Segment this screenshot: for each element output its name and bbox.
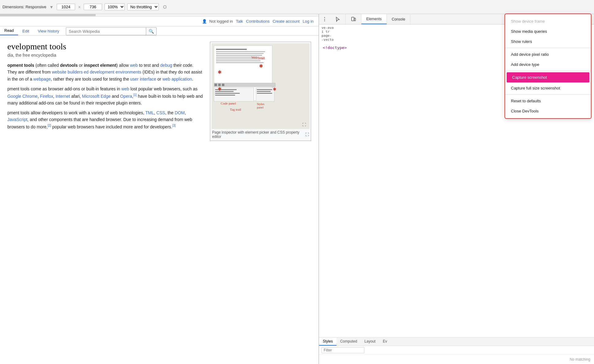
link-html[interactable]: TML — [145, 110, 154, 115]
svg-text:Tag trail: Tag trail — [230, 108, 241, 111]
dropdown-item-reset-defaults[interactable]: Reset to defaults — [505, 96, 591, 106]
svg-rect-34 — [354, 18, 356, 21]
tab-read[interactable]: Read — [0, 26, 18, 35]
svg-rect-14 — [215, 93, 240, 94]
nav-talk-link[interactable]: Talk — [236, 19, 243, 24]
svg-rect-29 — [215, 84, 217, 86]
tab-console[interactable]: Console — [387, 14, 410, 24]
height-input[interactable] — [84, 4, 102, 10]
link-ides[interactable]: ed development environments — [84, 70, 142, 74]
svg-text:✱: ✱ — [273, 87, 276, 92]
styles-tab-layout[interactable]: Layout — [361, 338, 379, 346]
nav-login-link[interactable]: Log in — [303, 19, 314, 24]
doctype-tag: <!doctype> — [323, 45, 347, 50]
link-firefox[interactable]: Firefox — [40, 93, 53, 98]
svg-rect-30 — [218, 84, 221, 86]
link-webpage[interactable]: webpage — [33, 77, 51, 82]
link-web2[interactable]: web — [121, 86, 129, 91]
wiki-image-wrap: Web-page Code panel — [210, 42, 311, 141]
svg-text:Web-page: Web-page — [251, 55, 265, 59]
dropdown-item-capture-screenshot[interactable]: Capture screenshot — [507, 72, 589, 82]
wiki-nav-user: 👤 Not logged in — [202, 19, 233, 24]
dropdown-item-show-device-frame: Show device frame — [505, 16, 591, 26]
svg-rect-2 — [216, 49, 247, 50]
dropdown-item-show-media-queries[interactable]: Show media queries — [505, 26, 591, 36]
dropdown-divider-2 — [505, 71, 591, 71]
link-web[interactable]: web — [130, 63, 138, 68]
styles-tab-ev[interactable]: Ev — [379, 338, 391, 346]
svg-text:✱: ✱ — [218, 86, 222, 92]
wiki-content: Web-page Code panel — [0, 36, 318, 150]
svg-rect-9 — [216, 62, 264, 63]
scroll-track — [0, 14, 318, 17]
devtools-styles-tabs: Styles Computed Layout Ev — [319, 338, 594, 346]
svg-text:panel: panel — [257, 106, 264, 109]
zoom-select[interactable]: 100% 50% 75% 125% 150% — [105, 3, 125, 10]
wiki-search-button[interactable]: 🔍 — [146, 28, 156, 35]
dimensions-arrow: ▼ — [49, 5, 54, 9]
devtools-filter-row — [319, 346, 594, 355]
svg-rect-19 — [257, 91, 271, 92]
svg-rect-20 — [257, 93, 272, 94]
dimension-x-sep: × — [78, 5, 81, 9]
tab-edit[interactable]: Edit — [18, 27, 33, 35]
svg-text:✱: ✱ — [259, 63, 263, 69]
svg-rect-15 — [215, 95, 235, 96]
devtools-toolbar: Dimensions: Responsive ▼ × 100% 50% 75% … — [0, 0, 594, 14]
link-chrome[interactable]: Google Chrome — [7, 93, 38, 98]
svg-text:⛶: ⛶ — [302, 123, 306, 127]
wiki-image: Web-page Code panel — [211, 43, 310, 129]
tab-elements[interactable]: Elements — [361, 14, 387, 24]
wiki-nav: 👤 Not logged in Talk Contributions Creat… — [0, 17, 318, 26]
wiki-image-caption: Page inspector with element picker and C… — [211, 129, 310, 139]
devtools-cursor-btn[interactable] — [330, 14, 346, 24]
link-debug[interactable]: debug — [160, 63, 172, 68]
svg-rect-4 — [216, 53, 264, 54]
svg-text:Styles: Styles — [257, 102, 265, 106]
devtools-more-btn[interactable]: ⋮ — [319, 14, 330, 24]
svg-text:✱: ✱ — [218, 70, 222, 75]
devtools-device-btn[interactable] — [346, 14, 361, 24]
wiki-panel: 👤 Not logged in Talk Contributions Creat… — [0, 14, 319, 364]
dropdown-divider-1 — [505, 48, 591, 48]
link-web-app[interactable]: web application — [162, 77, 192, 82]
link-dom[interactable]: DOM — [175, 110, 185, 115]
throttle-select[interactable]: No throttling Fast 3G Slow 3G — [127, 3, 159, 10]
rotate-btn[interactable]: ⬡ — [161, 4, 168, 10]
dropdown-item-add-pixel-ratio[interactable]: Add device pixel ratio — [505, 49, 591, 59]
dimensions-label: Dimensions: Responsive — [2, 5, 46, 9]
link-internet[interactable]: Internet — [55, 93, 70, 98]
not-logged-in-label: Not logged in — [209, 19, 233, 24]
styles-filter-input[interactable] — [322, 347, 364, 353]
wiki-search-input[interactable] — [66, 28, 146, 35]
link-website-builders[interactable]: website builders — [52, 70, 82, 74]
wiki-search-wrap: 🔍 — [66, 27, 157, 35]
no-matching-label: No matching — [319, 355, 594, 364]
wiki-article-tabs: Read Edit View history 🔍 — [0, 26, 318, 36]
svg-rect-31 — [222, 84, 224, 86]
nav-create-account-link[interactable]: Create account — [272, 19, 299, 24]
dropdown-menu: Show device frame Show media queries Sho… — [505, 14, 591, 118]
nav-contributions-link[interactable]: Contributions — [246, 19, 270, 24]
svg-text:Code panel: Code panel — [221, 101, 236, 105]
link-edge[interactable]: Microsoft Edge — [82, 93, 111, 98]
link-user-interface[interactable]: user interface — [130, 77, 156, 82]
expand-icon[interactable]: ⛶ — [305, 132, 309, 137]
svg-rect-18 — [257, 89, 272, 90]
dropdown-item-show-rulers[interactable]: Show rulers — [505, 36, 591, 47]
dropdown-item-close-devtools[interactable]: Close DevTools — [505, 106, 591, 116]
styles-tab-computed[interactable]: Computed — [337, 338, 361, 346]
link-opera[interactable]: Opera — [120, 93, 132, 98]
link-js[interactable]: JavaScript — [7, 117, 27, 122]
svg-rect-33 — [352, 17, 354, 21]
devtools-styles-panel: Styles Computed Layout Ev No matching — [319, 337, 594, 364]
user-icon: 👤 — [202, 19, 207, 24]
tab-view-history[interactable]: View history — [33, 27, 63, 35]
dropdown-item-add-device-type[interactable]: Add device type — [505, 59, 591, 70]
dropdown-divider-3 — [505, 94, 591, 95]
link-css[interactable]: CSS — [156, 110, 165, 115]
styles-tab-styles[interactable]: Styles — [319, 338, 337, 346]
dropdown-item-capture-full-screenshot[interactable]: Capture full size screenshot — [505, 83, 591, 93]
svg-rect-8 — [216, 60, 261, 61]
width-input[interactable] — [57, 4, 75, 10]
